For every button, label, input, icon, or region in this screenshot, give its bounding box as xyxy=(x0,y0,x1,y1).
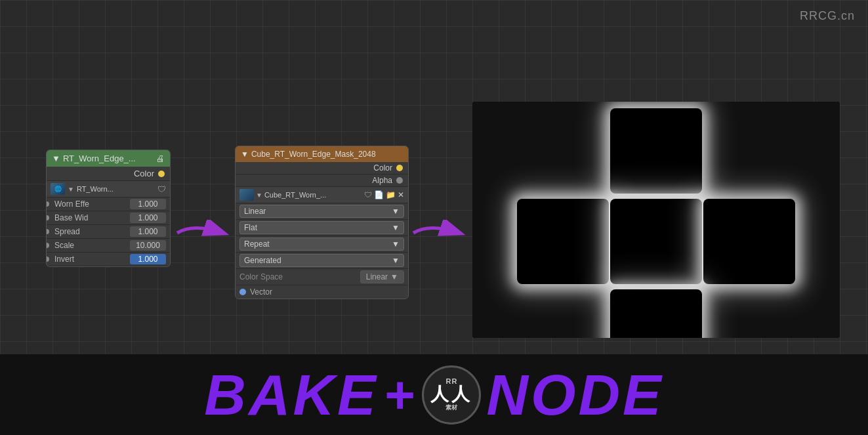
uv-cross xyxy=(472,102,840,338)
field-label-invert: Invert xyxy=(51,255,130,264)
flat-dropdown[interactable]: Flat ▼ xyxy=(239,221,404,234)
field-dot-invert xyxy=(46,257,49,262)
node-worn-color-output: Color xyxy=(47,167,170,181)
texture-preview xyxy=(472,102,840,338)
uv-face-top xyxy=(610,108,702,194)
field-label-worn-effe: Worn Effe xyxy=(51,199,130,209)
node-worn-header[interactable]: ▼ RT_Worn_Edge_... 🖨 xyxy=(47,150,170,167)
cube-alpha-label: Alpha xyxy=(372,176,392,185)
uv-face-left xyxy=(517,199,609,284)
node-rt-worn-edge: ▼ RT_Worn_Edge_... 🖨 Color 🌐 ▼ RT_Worn..… xyxy=(46,150,171,267)
field-base-wid[interactable]: Base Wid 1.000 xyxy=(47,211,170,225)
repeat-dropdown-arrow: ▼ xyxy=(392,239,400,249)
cube-dropdown-arrow: ▼ xyxy=(256,192,262,199)
node-cube-rt-worn: ▼ Cube_RT_Worn_Edge_Mask_2048 Color Alph… xyxy=(235,146,409,299)
node-cube-image-row[interactable]: ▼ Cube_RT_Worn_... 🛡 📄 📁 ✕ xyxy=(236,187,408,203)
field-label-spread: Spread xyxy=(51,227,130,236)
field-worn-effe[interactable]: Worn Effe 1.000 xyxy=(47,197,170,211)
vector-dot[interactable] xyxy=(239,289,246,295)
cube-color-label: Color xyxy=(373,163,392,173)
arrow-to-cube-node xyxy=(174,220,233,246)
image-thumbnail: 🌐 xyxy=(51,183,65,195)
shield-icon: 🛡 xyxy=(157,184,166,194)
vector-input-row: Vector xyxy=(236,285,408,299)
dropdown-repeat[interactable]: Repeat ▼ xyxy=(236,236,408,253)
dropdown-generated[interactable]: Generated ▼ xyxy=(236,253,408,269)
field-invert[interactable]: Invert 1.000 xyxy=(47,253,170,266)
linear-dropdown-label: Linear xyxy=(244,207,266,216)
logo-bottom-text: 素材 xyxy=(445,404,458,412)
node-worn-title: RT_Worn_Edge_... xyxy=(63,154,136,163)
generated-dropdown[interactable]: Generated ▼ xyxy=(239,254,404,267)
cube-shield-icon: 🛡 xyxy=(364,190,372,199)
cube-image-name: Cube_RT_Worn_... xyxy=(264,191,362,199)
node-cube-alpha-output: Alpha xyxy=(236,175,408,187)
dropdown-arrow: ▼ xyxy=(68,186,74,193)
cube-color-dot[interactable] xyxy=(396,165,403,171)
color-space-arrow: ▼ xyxy=(390,272,398,281)
rrcg-logo: RR 人人 素材 xyxy=(422,365,481,425)
cube-alpha-dot[interactable] xyxy=(396,177,403,184)
logo-rr-text: 人人 xyxy=(430,385,472,404)
bake-text: BAKE xyxy=(204,362,378,428)
node-cube-header[interactable]: ▼ Cube_RT_Worn_Edge_Mask_2048 xyxy=(236,146,408,162)
flat-dropdown-label: Flat xyxy=(244,223,257,232)
cube-copy-icon: 📄 xyxy=(374,190,384,199)
field-label-scale: Scale xyxy=(51,241,130,250)
generated-dropdown-arrow: ▼ xyxy=(392,256,400,265)
uv-face-center xyxy=(610,199,702,284)
field-value-scale[interactable]: 10.000 xyxy=(130,240,166,251)
bake-title: BAKE + RR 人人 素材 NODE xyxy=(204,362,663,428)
field-value-invert[interactable]: 1.000 xyxy=(130,254,166,264)
bottom-bar: BAKE + RR 人人 素材 NODE xyxy=(0,354,868,435)
linear-dropdown-arrow: ▼ xyxy=(392,207,400,216)
image-name-label: RT_Worn... xyxy=(77,185,155,193)
field-value-worn-effe[interactable]: 1.000 xyxy=(130,199,166,209)
field-spread[interactable]: Spread 1.000 xyxy=(47,225,170,239)
plus-icon: + xyxy=(384,365,417,425)
cube-image-thumb xyxy=(239,189,254,201)
node-worn-icon: 🖨 xyxy=(156,154,165,163)
repeat-dropdown[interactable]: Repeat ▼ xyxy=(239,238,404,251)
node-text: NODE xyxy=(486,362,663,428)
dropdown-flat[interactable]: Flat ▼ xyxy=(236,220,408,236)
field-value-spread[interactable]: 1.000 xyxy=(130,226,166,237)
arrow-to-texture xyxy=(410,220,469,246)
field-scale[interactable]: Scale 10.000 xyxy=(47,239,170,253)
color-space-value: Linear xyxy=(366,272,388,281)
field-dot-worn-effe xyxy=(46,201,49,207)
color-label: Color xyxy=(134,169,154,178)
node-cube-color-output: Color xyxy=(236,162,408,175)
cube-folder-icon: 📁 xyxy=(386,190,396,199)
node-worn-image-row[interactable]: 🌐 ▼ RT_Worn... 🛡 xyxy=(47,181,170,197)
watermark: RRCG.cn xyxy=(800,9,855,23)
uv-face-right xyxy=(703,199,795,284)
repeat-dropdown-label: Repeat xyxy=(244,239,270,249)
color-space-label: Color Space xyxy=(239,272,360,281)
field-dot-scale xyxy=(46,243,49,248)
collapse-cube-icon[interactable]: ▼ xyxy=(241,150,249,159)
field-dot-spread xyxy=(46,229,49,234)
flat-dropdown-arrow: ▼ xyxy=(392,223,400,232)
vector-label: Vector xyxy=(250,287,272,297)
field-dot-base-wid xyxy=(46,215,49,220)
dropdown-linear[interactable]: Linear ▼ xyxy=(236,203,408,220)
collapse-icon[interactable]: ▼ xyxy=(52,154,60,163)
uv-face-bottom xyxy=(610,289,702,338)
generated-dropdown-label: Generated xyxy=(244,256,281,265)
cube-close-button[interactable]: ✕ xyxy=(398,190,404,199)
field-value-base-wid[interactable]: 1.000 xyxy=(130,213,166,223)
color-output-dot[interactable] xyxy=(158,171,165,177)
field-label-base-wid: Base Wid xyxy=(51,213,130,222)
color-space-row: Color Space Linear ▼ xyxy=(236,269,408,285)
node-cube-title: Cube_RT_Worn_Edge_Mask_2048 xyxy=(251,150,376,159)
linear-dropdown[interactable]: Linear ▼ xyxy=(239,205,404,218)
color-space-dropdown[interactable]: Linear ▼ xyxy=(360,270,404,283)
